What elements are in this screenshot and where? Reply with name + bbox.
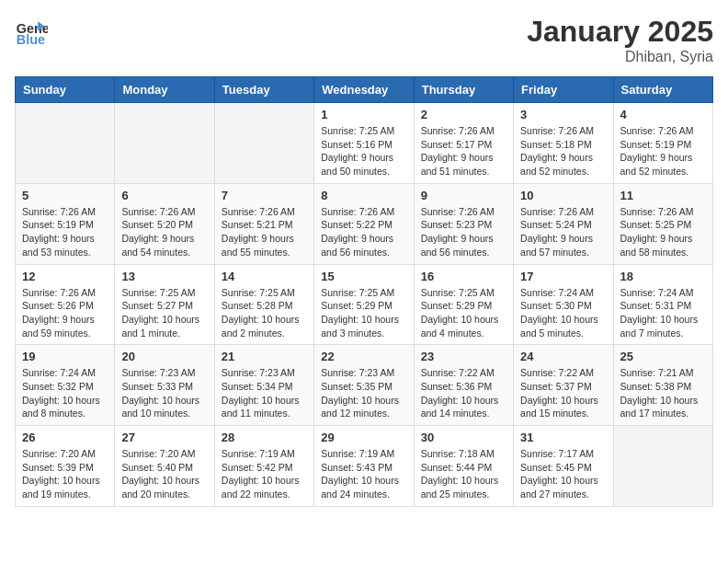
day-number: 19 — [22, 350, 108, 363]
day-info: Sunrise: 7:24 AM Sunset: 5:30 PM Dayligh… — [520, 286, 606, 340]
calendar-day-cell: 19Sunrise: 7:24 AM Sunset: 5:32 PM Dayli… — [16, 345, 115, 426]
day-info: Sunrise: 7:25 AM Sunset: 5:29 PM Dayligh… — [421, 286, 506, 340]
day-info: Sunrise: 7:17 AM Sunset: 5:45 PM Dayligh… — [520, 447, 606, 501]
day-of-week-header: Friday — [514, 77, 613, 103]
day-number: 2 — [421, 108, 506, 121]
day-info: Sunrise: 7:26 AM Sunset: 5:20 PM Dayligh… — [121, 205, 207, 259]
calendar-day-cell: 28Sunrise: 7:19 AM Sunset: 5:42 PM Dayli… — [214, 426, 313, 507]
day-info: Sunrise: 7:22 AM Sunset: 5:37 PM Dayligh… — [520, 366, 606, 420]
day-of-week-header: Monday — [115, 77, 214, 103]
day-info: Sunrise: 7:24 AM Sunset: 5:32 PM Dayligh… — [22, 366, 108, 420]
calendar-day-cell: 1Sunrise: 7:25 AM Sunset: 5:16 PM Daylig… — [314, 103, 414, 184]
calendar-day-cell: 4Sunrise: 7:26 AM Sunset: 5:19 PM Daylig… — [613, 103, 712, 184]
calendar-day-cell: 8Sunrise: 7:26 AM Sunset: 5:22 PM Daylig… — [314, 183, 414, 264]
day-number: 27 — [121, 431, 207, 444]
day-info: Sunrise: 7:23 AM Sunset: 5:33 PM Dayligh… — [121, 366, 207, 420]
day-info: Sunrise: 7:20 AM Sunset: 5:39 PM Dayligh… — [22, 447, 108, 501]
day-number: 31 — [520, 431, 606, 444]
day-of-week-header: Saturday — [613, 77, 712, 103]
calendar-day-cell: 11Sunrise: 7:26 AM Sunset: 5:25 PM Dayli… — [613, 183, 712, 264]
calendar-day-cell: 31Sunrise: 7:17 AM Sunset: 5:45 PM Dayli… — [514, 426, 613, 507]
calendar-day-cell: 27Sunrise: 7:20 AM Sunset: 5:40 PM Dayli… — [115, 426, 214, 507]
calendar-day-cell: 15Sunrise: 7:25 AM Sunset: 5:29 PM Dayli… — [314, 264, 414, 345]
day-info: Sunrise: 7:25 AM Sunset: 5:29 PM Dayligh… — [321, 286, 406, 340]
calendar-day-cell: 3Sunrise: 7:26 AM Sunset: 5:18 PM Daylig… — [514, 103, 613, 184]
calendar-header-row: SundayMondayTuesdayWednesdayThursdayFrid… — [16, 77, 713, 103]
calendar-day-cell: 30Sunrise: 7:18 AM Sunset: 5:44 PM Dayli… — [414, 426, 513, 507]
day-info: Sunrise: 7:25 AM Sunset: 5:16 PM Dayligh… — [321, 124, 406, 178]
day-number: 1 — [321, 108, 406, 121]
day-number: 6 — [121, 189, 207, 202]
day-of-week-header: Wednesday — [314, 77, 414, 103]
month-title: January 2025 — [527, 15, 713, 49]
day-info: Sunrise: 7:23 AM Sunset: 5:35 PM Dayligh… — [321, 366, 406, 420]
day-info: Sunrise: 7:26 AM Sunset: 5:19 PM Dayligh… — [620, 124, 706, 178]
day-info: Sunrise: 7:23 AM Sunset: 5:34 PM Dayligh… — [222, 366, 307, 420]
calendar-week-row: 5Sunrise: 7:26 AM Sunset: 5:19 PM Daylig… — [16, 183, 713, 264]
logo: General Blue — [15, 15, 48, 48]
day-info: Sunrise: 7:26 AM Sunset: 5:24 PM Dayligh… — [520, 205, 606, 259]
day-info: Sunrise: 7:26 AM Sunset: 5:19 PM Dayligh… — [22, 205, 108, 259]
day-number: 7 — [222, 189, 307, 202]
day-number: 12 — [22, 270, 108, 283]
day-number: 16 — [421, 270, 506, 283]
day-info: Sunrise: 7:26 AM Sunset: 5:18 PM Dayligh… — [520, 124, 606, 178]
day-number: 29 — [321, 431, 406, 444]
calendar-day-cell — [613, 426, 712, 507]
calendar-day-cell: 5Sunrise: 7:26 AM Sunset: 5:19 PM Daylig… — [16, 183, 115, 264]
calendar-day-cell: 20Sunrise: 7:23 AM Sunset: 5:33 PM Dayli… — [115, 345, 214, 426]
calendar-day-cell: 9Sunrise: 7:26 AM Sunset: 5:23 PM Daylig… — [414, 183, 513, 264]
day-number: 15 — [321, 270, 406, 283]
calendar-day-cell: 21Sunrise: 7:23 AM Sunset: 5:34 PM Dayli… — [214, 345, 313, 426]
day-number: 22 — [321, 350, 406, 363]
day-number: 10 — [520, 189, 606, 202]
day-number: 28 — [222, 431, 307, 444]
calendar-day-cell: 23Sunrise: 7:22 AM Sunset: 5:36 PM Dayli… — [414, 345, 513, 426]
day-number: 9 — [421, 189, 506, 202]
calendar-day-cell: 29Sunrise: 7:19 AM Sunset: 5:43 PM Dayli… — [314, 426, 414, 507]
day-info: Sunrise: 7:26 AM Sunset: 5:22 PM Dayligh… — [321, 205, 406, 259]
calendar-day-cell: 24Sunrise: 7:22 AM Sunset: 5:37 PM Dayli… — [514, 345, 613, 426]
day-info: Sunrise: 7:25 AM Sunset: 5:27 PM Dayligh… — [121, 286, 207, 340]
day-number: 17 — [520, 270, 606, 283]
calendar-day-cell: 17Sunrise: 7:24 AM Sunset: 5:30 PM Dayli… — [514, 264, 613, 345]
day-info: Sunrise: 7:26 AM Sunset: 5:21 PM Dayligh… — [222, 205, 307, 259]
day-of-week-header: Thursday — [414, 77, 513, 103]
day-number: 23 — [421, 350, 506, 363]
day-number: 25 — [620, 350, 706, 363]
day-of-week-header: Tuesday — [214, 77, 313, 103]
calendar-week-row: 19Sunrise: 7:24 AM Sunset: 5:32 PM Dayli… — [16, 345, 713, 426]
day-number: 5 — [22, 189, 108, 202]
day-info: Sunrise: 7:21 AM Sunset: 5:38 PM Dayligh… — [620, 366, 706, 420]
calendar-day-cell: 6Sunrise: 7:26 AM Sunset: 5:20 PM Daylig… — [115, 183, 214, 264]
day-number: 11 — [620, 189, 706, 202]
calendar-day-cell — [16, 103, 115, 184]
calendar-day-cell: 14Sunrise: 7:25 AM Sunset: 5:28 PM Dayli… — [214, 264, 313, 345]
day-number: 4 — [620, 108, 706, 121]
calendar-day-cell: 12Sunrise: 7:26 AM Sunset: 5:26 PM Dayli… — [16, 264, 115, 345]
day-number: 3 — [520, 108, 606, 121]
calendar-week-row: 26Sunrise: 7:20 AM Sunset: 5:39 PM Dayli… — [16, 426, 713, 507]
calendar-week-row: 1Sunrise: 7:25 AM Sunset: 5:16 PM Daylig… — [16, 103, 713, 184]
day-info: Sunrise: 7:18 AM Sunset: 5:44 PM Dayligh… — [421, 447, 506, 501]
day-number: 20 — [121, 350, 207, 363]
svg-text:Blue: Blue — [17, 32, 45, 47]
day-info: Sunrise: 7:19 AM Sunset: 5:43 PM Dayligh… — [321, 447, 406, 501]
calendar-day-cell: 25Sunrise: 7:21 AM Sunset: 5:38 PM Dayli… — [613, 345, 712, 426]
day-info: Sunrise: 7:24 AM Sunset: 5:31 PM Dayligh… — [620, 286, 706, 340]
calendar-day-cell: 13Sunrise: 7:25 AM Sunset: 5:27 PM Dayli… — [115, 264, 214, 345]
day-number: 13 — [121, 270, 207, 283]
logo-icon: General Blue — [15, 15, 48, 48]
location: Dhiban, Syria — [527, 49, 713, 65]
calendar-day-cell: 16Sunrise: 7:25 AM Sunset: 5:29 PM Dayli… — [414, 264, 513, 345]
day-number: 18 — [620, 270, 706, 283]
day-info: Sunrise: 7:26 AM Sunset: 5:23 PM Dayligh… — [421, 205, 506, 259]
calendar-table: SundayMondayTuesdayWednesdayThursdayFrid… — [15, 76, 713, 507]
calendar-day-cell: 7Sunrise: 7:26 AM Sunset: 5:21 PM Daylig… — [214, 183, 313, 264]
calendar-day-cell: 2Sunrise: 7:26 AM Sunset: 5:17 PM Daylig… — [414, 103, 513, 184]
title-area: January 2025 Dhiban, Syria — [527, 15, 713, 65]
calendar-day-cell: 18Sunrise: 7:24 AM Sunset: 5:31 PM Dayli… — [613, 264, 712, 345]
day-info: Sunrise: 7:22 AM Sunset: 5:36 PM Dayligh… — [421, 366, 506, 420]
day-number: 8 — [321, 189, 406, 202]
day-number: 24 — [520, 350, 606, 363]
